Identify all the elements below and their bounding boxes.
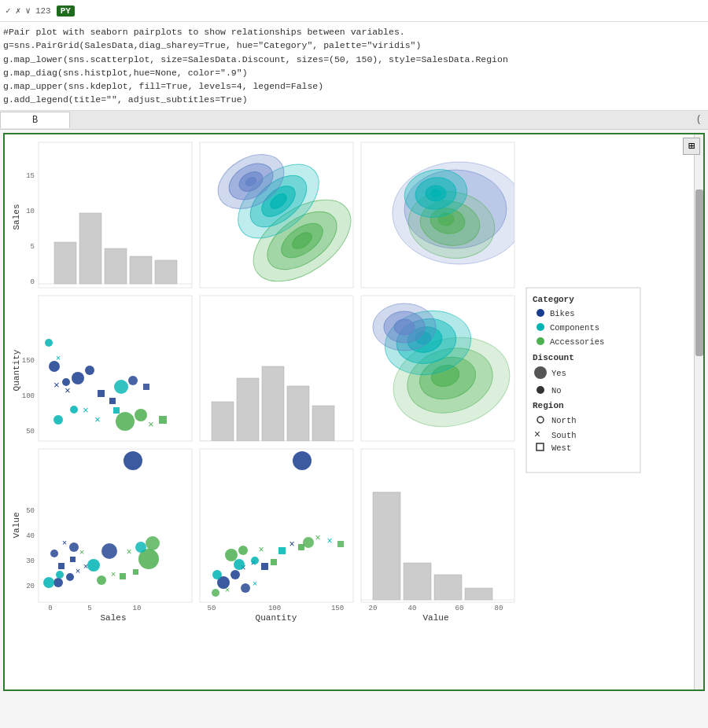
svg-text:×: × bbox=[83, 405, 89, 417]
cell-2-1: 50 100 150 Quantity × × bbox=[200, 449, 353, 623]
tab-b[interactable]: B bbox=[0, 112, 70, 128]
output-area: ⊞ 0 5 10 bbox=[3, 133, 705, 691]
svg-point-68 bbox=[128, 376, 138, 385]
svg-text:×: × bbox=[62, 539, 68, 548]
svg-text:5: 5 bbox=[31, 243, 35, 251]
svg-point-101 bbox=[124, 451, 142, 470]
scrollbar[interactable] bbox=[694, 134, 703, 689]
svg-point-103 bbox=[66, 573, 74, 581]
svg-point-137 bbox=[234, 559, 245, 570]
svg-text:Accessories: Accessories bbox=[550, 337, 604, 347]
svg-point-90 bbox=[394, 319, 415, 335]
notebook-container: ✓ ✗ ∨ 123 PY #Pair plot with seaborn pai… bbox=[0, 0, 708, 728]
svg-text:40: 40 bbox=[26, 532, 35, 540]
svg-rect-160 bbox=[404, 563, 431, 600]
cell-number: 123 bbox=[33, 5, 53, 17]
cell-toolbar: ✓ ✗ ∨ 123 PY bbox=[0, 0, 708, 22]
svg-text:×: × bbox=[534, 428, 540, 441]
svg-point-71 bbox=[45, 339, 53, 347]
svg-text:Sales: Sales bbox=[12, 204, 21, 230]
svg-text:Bikes: Bikes bbox=[550, 309, 575, 318]
svg-rect-18 bbox=[130, 256, 152, 284]
svg-rect-19 bbox=[155, 260, 177, 284]
svg-text:10: 10 bbox=[133, 605, 142, 612]
svg-text:Discount: Discount bbox=[533, 353, 574, 362]
scrollbar-thumb[interactable] bbox=[695, 189, 703, 356]
svg-text:Value: Value bbox=[422, 613, 448, 623]
cell-1-0: 50 100 150 Quantity × × bbox=[12, 296, 192, 441]
code-line-3: g.map_lower(sns.scatterplot, size=SalesD… bbox=[3, 53, 702, 66]
svg-rect-69 bbox=[143, 384, 149, 390]
cell-2-2: 20 40 60 80 Value bbox=[361, 449, 514, 623]
legend: Category Bikes Components Accessories Di… bbox=[526, 288, 640, 472]
svg-rect-134 bbox=[261, 563, 268, 570]
check-icon[interactable]: ✓ bbox=[3, 4, 13, 17]
cell-0-1 bbox=[200, 142, 365, 298]
svg-text:×: × bbox=[289, 539, 294, 550]
svg-rect-66 bbox=[159, 416, 167, 424]
x-icon[interactable]: ✗ bbox=[13, 4, 24, 17]
svg-text:×: × bbox=[76, 567, 81, 576]
svg-text:×: × bbox=[53, 380, 60, 392]
svg-point-44 bbox=[431, 189, 441, 197]
svg-point-122 bbox=[135, 542, 146, 553]
svg-rect-161 bbox=[434, 575, 462, 600]
svg-text:×: × bbox=[111, 570, 116, 579]
svg-text:Quantity: Quantity bbox=[256, 613, 297, 623]
svg-text:50: 50 bbox=[26, 507, 35, 515]
code-line-4: g.map_diag(sns.histplot,hue=None, color=… bbox=[3, 66, 702, 79]
svg-text:×: × bbox=[65, 385, 71, 397]
save-icon[interactable]: ⊞ bbox=[683, 138, 700, 155]
svg-text:Sales: Sales bbox=[100, 613, 126, 623]
svg-rect-62 bbox=[113, 407, 120, 414]
svg-text:15: 15 bbox=[26, 172, 35, 180]
svg-point-173 bbox=[534, 366, 547, 379]
svg-rect-74 bbox=[237, 378, 259, 441]
svg-text:Value: Value bbox=[12, 512, 21, 538]
svg-point-64 bbox=[135, 409, 147, 421]
svg-text:×: × bbox=[315, 533, 320, 544]
svg-point-102 bbox=[53, 578, 63, 587]
svg-rect-148 bbox=[337, 541, 344, 547]
svg-text:80: 80 bbox=[495, 605, 503, 612]
svg-text:Region: Region bbox=[533, 401, 564, 410]
svg-text:×: × bbox=[258, 545, 264, 556]
svg-text:150: 150 bbox=[331, 605, 344, 612]
svg-rect-56 bbox=[98, 390, 105, 397]
svg-point-151 bbox=[241, 583, 250, 593]
cell-1-2 bbox=[361, 296, 520, 441]
code-line-1: #Pair plot with seaborn pairplots to sho… bbox=[3, 25, 702, 39]
svg-rect-15 bbox=[54, 242, 76, 284]
svg-point-108 bbox=[50, 550, 58, 557]
svg-point-149 bbox=[212, 589, 219, 597]
svg-point-170 bbox=[537, 337, 544, 345]
svg-text:20: 20 bbox=[369, 605, 378, 612]
svg-text:30: 30 bbox=[26, 557, 35, 565]
svg-text:Quantity: Quantity bbox=[12, 349, 21, 391]
svg-rect-76 bbox=[287, 386, 309, 441]
svg-rect-142 bbox=[278, 547, 286, 554]
svg-text:10: 10 bbox=[26, 208, 35, 215]
svg-text:No: No bbox=[551, 386, 562, 395]
svg-rect-73 bbox=[212, 402, 234, 441]
svg-text:20: 20 bbox=[26, 583, 35, 590]
svg-rect-107 bbox=[70, 557, 76, 562]
svg-text:100: 100 bbox=[268, 605, 281, 612]
svg-text:×: × bbox=[79, 548, 85, 557]
py-badge: PY bbox=[57, 6, 75, 17]
tab-bar: B ( bbox=[0, 111, 708, 130]
tab-expand-icon[interactable]: ( bbox=[696, 114, 702, 125]
svg-rect-106 bbox=[58, 563, 65, 569]
svg-text:×: × bbox=[148, 419, 154, 431]
svg-point-113 bbox=[87, 559, 100, 572]
svg-rect-117 bbox=[120, 573, 126, 579]
svg-rect-77 bbox=[312, 406, 334, 441]
svg-text:North: North bbox=[551, 416, 577, 425]
svg-point-111 bbox=[43, 577, 54, 588]
svg-point-112 bbox=[56, 571, 64, 579]
chevron-icon[interactable]: ∨ bbox=[23, 4, 33, 17]
svg-text:×: × bbox=[94, 414, 101, 426]
svg-rect-135 bbox=[271, 559, 277, 565]
code-cell[interactable]: #Pair plot with seaborn pairplots to sho… bbox=[0, 22, 708, 111]
code-line-6: g.add_legend(title="", adjust_subtitles=… bbox=[3, 93, 702, 106]
